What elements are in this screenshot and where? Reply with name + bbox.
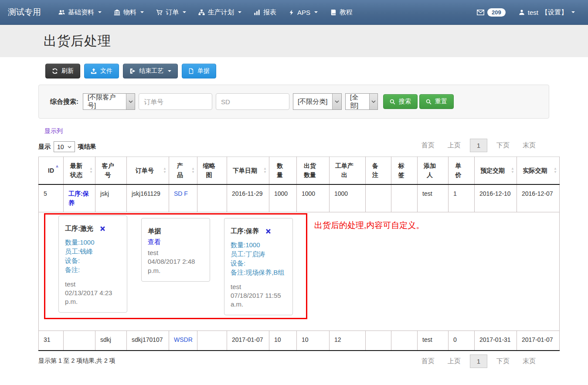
product-input[interactable] (216, 93, 289, 110)
page-first[interactable]: 首页 (415, 139, 441, 152)
search-button[interactable]: 搜索 (383, 94, 418, 109)
category-filter-select[interactable]: [不限分类] (293, 93, 342, 110)
col-header-remark[interactable]: 备注 (366, 157, 391, 185)
view-link[interactable]: 查看 (148, 237, 161, 247)
card-timestamp: 07/18/2017 11:55 a.m. (231, 291, 286, 309)
annotation-text: 出货后的处理,内容可自定义。 (314, 219, 424, 232)
col-header-added-by[interactable]: 添加人 (418, 157, 449, 185)
sort-icon: ▲▼ (191, 167, 195, 174)
cell-remark (366, 331, 391, 351)
status-link[interactable]: 工序:保养 (68, 190, 89, 206)
cell-wo-output: 12 (330, 331, 366, 351)
file-upload-button[interactable]: 文件 (84, 64, 119, 78)
nav-label: 物料 (123, 8, 136, 17)
page-next[interactable]: 下页 (490, 354, 516, 368)
col-header-wo-output[interactable]: 工单产出 (330, 157, 366, 185)
results-summary: 显示第 1 至 2 项结果,共 2 项 (38, 357, 116, 365)
reset-button[interactable]: 重置 (419, 94, 454, 109)
nav-label: 报表 (263, 8, 276, 17)
cell-wo-output: 1000 (330, 184, 366, 212)
messages-menu[interactable]: 209 (471, 8, 508, 17)
select-value: [全部] (346, 94, 369, 109)
cell-remark (366, 184, 391, 212)
product-link[interactable]: SD F (174, 190, 188, 197)
table-row: 31 sdkj sdkj170107 WSDR 2017-01-07 10 10… (39, 331, 560, 351)
cell-tag (391, 184, 418, 212)
nav-item-material[interactable]: 物料 (108, 0, 150, 24)
nav-item-orders[interactable]: 订单 (150, 0, 192, 24)
card-title: 单据 (148, 226, 161, 236)
card-added-by: test (65, 280, 121, 289)
cell-actual-date: 2016-12-07 (517, 184, 560, 212)
cell-id: 31 (39, 331, 64, 351)
page-prev[interactable]: 上页 (441, 354, 467, 368)
nav-item-production-plan[interactable]: 生产计划 (192, 0, 248, 24)
nav-item-base-data[interactable]: 基础资料 (52, 0, 108, 24)
action-toolbar: 刷新 文件 结束工艺 单据 (45, 64, 588, 78)
col-header-order-date[interactable]: 下单日期▲▼ (227, 157, 269, 185)
caret-down-icon (183, 11, 186, 13)
user-menu[interactable]: test 【设置】 (513, 8, 581, 17)
card-line-remark: 备注:现场保养,B组 (231, 268, 286, 277)
col-header-unit-price[interactable]: 单价 (449, 157, 475, 185)
col-header-due-date[interactable]: 预定交期▲▼ (475, 157, 517, 185)
nav-label: 订单 (166, 8, 179, 17)
cell-order-no: jskj161129 (127, 184, 169, 212)
cell-customer: sdkj (95, 331, 127, 351)
col-header-ship-qty[interactable]: 出货数量 (297, 157, 330, 185)
card-line-equipment: 设备: (65, 256, 121, 265)
customer-filter-select[interactable]: [不限客户号] (83, 93, 135, 110)
brand[interactable]: 测试专用 (0, 0, 52, 24)
order-no-input[interactable] (139, 93, 212, 110)
col-header-id[interactable]: ID▲ (39, 157, 64, 185)
nav-item-aps[interactable]: APS (282, 0, 324, 24)
col-header-status[interactable]: 最新状态▲▼ (64, 157, 95, 185)
col-header-qty[interactable]: 数量 (269, 157, 297, 185)
page-first[interactable]: 首页 (415, 354, 441, 368)
envelope-icon (477, 10, 484, 15)
close-icon[interactable] (100, 226, 105, 231)
cell-qty: 1000 (269, 184, 297, 212)
page-prev[interactable]: 上页 (441, 139, 467, 152)
col-header-order-no[interactable]: 订单号▲▼ (127, 157, 169, 185)
nav-item-reports[interactable]: 报表 (248, 0, 282, 24)
page-current[interactable]: 1 (470, 139, 487, 152)
sort-icon: ▲▼ (163, 167, 167, 174)
document-button[interactable]: 单据 (182, 64, 216, 78)
page-next[interactable]: 下页 (490, 139, 516, 152)
search-icon (390, 99, 395, 105)
caret-down-icon (314, 11, 318, 13)
col-header-tag[interactable]: 标签 (391, 157, 418, 185)
close-icon[interactable] (266, 229, 271, 234)
users-icon (58, 9, 65, 16)
button-label: 文件 (100, 67, 112, 75)
search-icon (426, 99, 432, 105)
page-header: 出货后处理 (0, 25, 588, 57)
upload-icon (91, 68, 97, 74)
col-header-actual-date[interactable]: 实际交期▲▼ (517, 157, 560, 185)
page-current[interactable]: 1 (470, 354, 487, 368)
nav-item-tutorial[interactable]: 教程 (324, 0, 359, 24)
cell-thumbnail (197, 331, 227, 351)
col-header-thumbnail[interactable]: 缩略图 (197, 157, 227, 185)
sort-icon: ▲▼ (263, 167, 267, 174)
page-size-select[interactable]: 10 (54, 141, 75, 152)
refresh-button[interactable]: 刷新 (45, 64, 80, 78)
sort-icon: ▲▼ (89, 167, 93, 174)
button-label: 单据 (197, 67, 210, 75)
end-process-button[interactable]: 结束工艺 (123, 64, 178, 78)
card-timestamp: 04/08/2017 2:48 p.m. (148, 257, 204, 275)
search-label: 综合搜索: (50, 98, 78, 106)
settings-label: 【设置】 (541, 8, 568, 17)
nav-label: APS (297, 9, 310, 16)
scope-filter-select[interactable]: [全部] (345, 93, 378, 110)
caret-down-icon (168, 70, 171, 72)
cell-added-by: test (418, 331, 449, 351)
product-link[interactable]: WSDR (174, 336, 193, 343)
page-last[interactable]: 末页 (516, 354, 542, 368)
cell-unit-price: 0 (449, 331, 475, 351)
col-header-customer[interactable]: 客户号 (95, 157, 127, 185)
page-last[interactable]: 末页 (516, 139, 542, 152)
col-header-product[interactable]: 产品▲▼ (169, 157, 197, 185)
show-columns-link[interactable]: 显示列 (44, 127, 63, 135)
